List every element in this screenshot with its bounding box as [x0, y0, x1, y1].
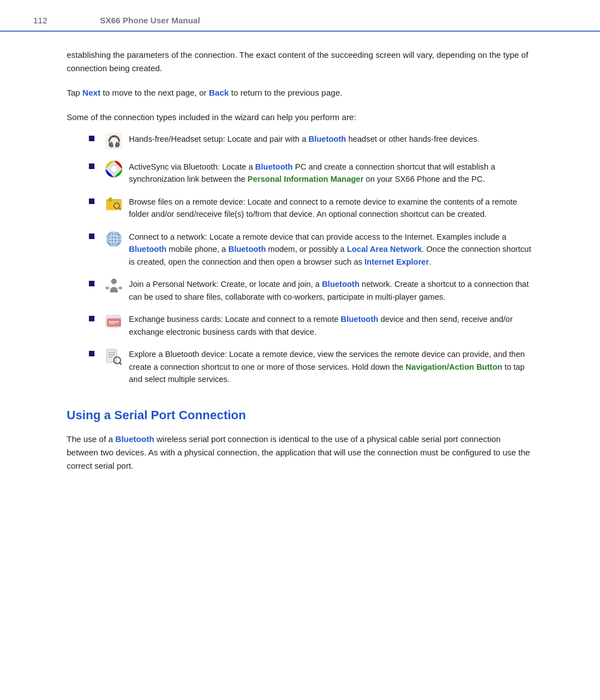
bullet-text-explore: Explore a Bluetooth device: Locate a rem… — [129, 348, 533, 385]
some-connections-text: Some of the connection types included in… — [67, 111, 533, 124]
lan-link: Local Area Network — [347, 245, 422, 254]
next-back-middle: to move to the next page, or — [101, 88, 209, 97]
svg-point-3 — [111, 166, 117, 172]
svg-rect-20 — [107, 319, 121, 326]
bullet-square — [89, 281, 94, 286]
bluetooth-link2: Bluetooth — [228, 245, 266, 254]
page-container: 112 SX66 Phone User Manual establishing … — [0, 0, 600, 700]
bullet-square — [89, 234, 94, 239]
business-card-icon — [104, 312, 123, 331]
activesync-icon — [104, 160, 123, 178]
section-body: The use of a Bluetooth wireless serial p… — [67, 433, 533, 473]
tap-prefix: Tap — [67, 88, 82, 97]
intro-paragraph: establishing the parameters of the conne… — [67, 48, 533, 75]
svg-rect-24 — [107, 349, 117, 363]
list-item: Join a Personal Network: Create, or loca… — [89, 278, 533, 303]
nav-action-link: Navigation/Action Button — [406, 363, 502, 371]
bullet-list: 🎧 Hands-free/Headset setup: Locate and p… — [89, 133, 533, 386]
list-item: Explore a Bluetooth device: Locate a rem… — [89, 348, 533, 385]
bullet-text-business-cards: Exchange business cards: Locate and conn… — [129, 313, 533, 338]
main-content: establishing the parameters of the conne… — [0, 48, 600, 495]
page-header: 112 SX66 Phone User Manual — [0, 0, 600, 32]
bullet-square — [89, 351, 94, 356]
bullet-text-browse: Browse files on a remote device: Locate … — [129, 196, 533, 221]
page-number: 112 — [33, 16, 67, 25]
bluetooth-link: Bluetooth — [308, 135, 346, 143]
bullet-square — [89, 316, 94, 321]
explore-icon — [104, 347, 123, 366]
svg-point-13 — [111, 279, 117, 284]
section-heading: Using a Serial Port Connection — [67, 408, 533, 423]
bullet-square — [89, 163, 94, 169]
bullet-square — [89, 198, 94, 204]
bullet-text-headset: Hands-free/Headset setup: Locate and pai… — [129, 133, 479, 145]
manual-title: SX66 Phone User Manual — [100, 16, 200, 25]
list-item: Browse files on a remote device: Locate … — [89, 196, 533, 221]
svg-text:🎧: 🎧 — [107, 135, 121, 148]
svg-line-29 — [119, 363, 122, 365]
list-item: 🎧 Hands-free/Headset setup: Locate and p… — [89, 133, 533, 151]
bluetooth-link: Bluetooth — [129, 245, 167, 254]
pim-link: Personal Information Manager — [248, 175, 364, 183]
bluetooth-link: Bluetooth — [322, 280, 359, 289]
next-back-paragraph: Tap Next to move to the next page, or Ba… — [67, 86, 533, 100]
network-icon — [104, 230, 123, 249]
intro-text: establishing the parameters of the conne… — [67, 50, 528, 73]
bullet-text-activesync: ActiveSync via Bluetooth: Locate a Bluet… — [129, 161, 533, 186]
bluetooth-link: Bluetooth — [341, 315, 378, 324]
next-back-after: to return to the previous page. — [229, 88, 342, 97]
bullet-text-personal-network: Join a Personal Network: Create, or loca… — [129, 278, 533, 303]
back-link[interactable]: Back — [209, 88, 229, 97]
next-link[interactable]: Next — [82, 88, 101, 97]
headset-icon: 🎧 — [104, 132, 123, 151]
browse-icon — [104, 195, 123, 214]
bluetooth-link: Bluetooth — [255, 162, 293, 171]
bluetooth-link: Bluetooth — [116, 434, 154, 444]
ie-link: Internet Explorer — [364, 257, 429, 266]
list-item: ActiveSync via Bluetooth: Locate a Bluet… — [89, 161, 533, 186]
bullet-text-network: Connect to a network: Locate a remote de… — [129, 231, 533, 268]
bullet-square — [89, 136, 94, 141]
personal-network-icon — [104, 277, 123, 296]
list-item: Exchange business cards: Locate and conn… — [89, 313, 533, 338]
list-item: Connect to a network: Locate a remote de… — [89, 231, 533, 268]
